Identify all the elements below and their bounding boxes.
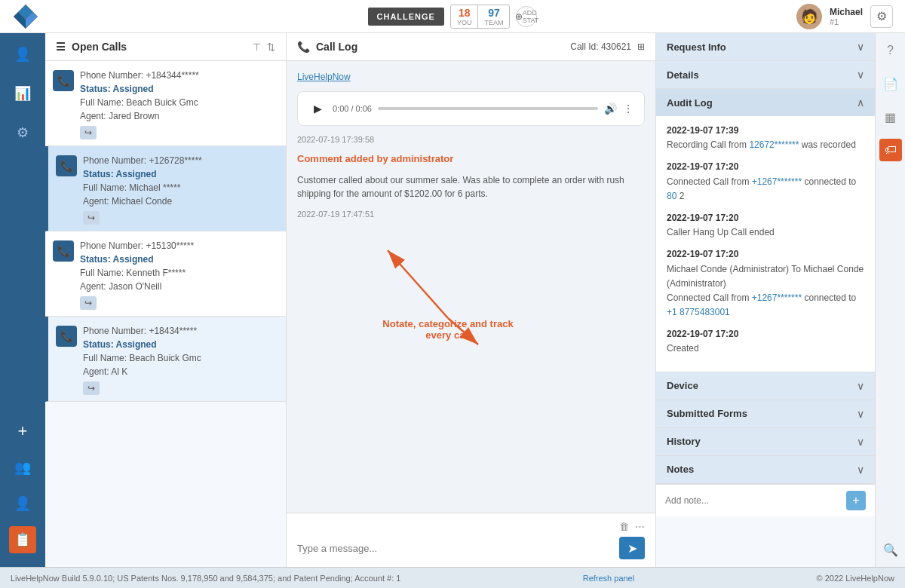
send-button[interactable]: ➤: [619, 537, 645, 559]
sidebar-right: ? 📄 ▦ 🏷 🔍: [875, 33, 905, 567]
accordion-audit-log: Audit Log ∧ 2022-19-07 17:39 Recording C…: [656, 89, 875, 372]
call-log-content: LiveHelpNow ▶ 0:00 / 0:06 🔊 ⋮ 2022-07-19…: [287, 61, 655, 513]
accordion-details-header[interactable]: Details ∨: [656, 61, 875, 88]
avatar: 🧑: [796, 4, 822, 29]
forward-icon: ↪: [83, 381, 100, 395]
team-count: 97: [488, 7, 500, 19]
search-icon[interactable]: 🔍: [879, 538, 902, 561]
annotation-text: Notate, categorize and track every call: [373, 318, 523, 341]
audit-entry: 2022-19-07 17:20 Michael Conde (Administ…: [667, 247, 864, 320]
team-stat: 97 TEAM: [478, 5, 509, 28]
chevron-down-icon: ∨: [857, 41, 864, 53]
topbar: CHALLENGE 18 YOU 97 TEAM ⊕ ADD STAT 🧑 Mi…: [0, 0, 905, 33]
logo: [12, 3, 39, 30]
sidebar-left: 👤 📊 ⚙ + 👥 👤 📋: [0, 33, 45, 567]
call-item[interactable]: 📞 Phone Number: +18434***** Status: Assi…: [45, 317, 286, 402]
log-timestamp-1: 2022-07-19 17:39:58: [297, 135, 645, 144]
audit-entry: 2022-19-07 17:20 Caller Hang Up Call end…: [667, 211, 864, 240]
sidebar-icon-user[interactable]: 👤: [9, 41, 36, 68]
svg-line-5: [388, 250, 448, 318]
call-list-panel: ☰ Open Calls ⊤ ⇅ 📞 Phone Number: +184344…: [45, 33, 287, 567]
call-log-header: 📞 Call Log Call Id: 430621 ⊞: [287, 33, 655, 61]
sidebar-icon-clipboard[interactable]: 📋: [9, 526, 36, 553]
call-list-title: ☰ Open Calls: [56, 41, 127, 53]
call-phone: Phone Number: +15130*****: [80, 239, 278, 253]
call-log-title: 📞 Call Log: [297, 41, 357, 53]
accordion-details: Details ∨: [656, 61, 875, 89]
accordion-details-title: Details: [667, 69, 699, 81]
call-agent: Agent: Jason O'Neill: [80, 280, 278, 293]
call-item[interactable]: 📞 Phone Number: +126728***** Status: Ass…: [45, 146, 286, 231]
accordion-request-info-header[interactable]: Request Info ∨: [656, 33, 875, 60]
help-icon[interactable]: ?: [879, 39, 902, 62]
call-icon: 📞: [53, 70, 74, 91]
sidebar-icon-add[interactable]: +: [9, 418, 36, 445]
call-item[interactable]: 📞 Phone Number: +184344***** Status: Ass…: [45, 61, 286, 146]
message-input-row: ➤: [297, 537, 645, 559]
call-item[interactable]: 📞 Phone Number: +15130***** Status: Assi…: [45, 231, 286, 317]
main-layout: 👤 📊 ⚙ + 👥 👤 📋 ☰ Open Calls ⊤ ⇅ 📞: [0, 33, 905, 567]
call-status: Status: Assigned: [83, 167, 278, 181]
message-input[interactable]: [297, 543, 613, 554]
accordion-audit-log-header[interactable]: Audit Log ∧: [656, 89, 875, 116]
volume-icon[interactable]: 🔊: [604, 103, 617, 115]
forward-icon: ↪: [80, 296, 97, 310]
delete-icon[interactable]: 🗑: [619, 521, 629, 532]
livehelpnow-link[interactable]: LiveHelpNow: [297, 72, 645, 82]
accordion-device-title: Device: [667, 380, 698, 391]
columns-icon[interactable]: ⊞: [637, 41, 645, 52]
audio-progress-bar[interactable]: [378, 107, 598, 110]
you-stat: 18 YOU: [451, 5, 479, 28]
sidebar-icon-users[interactable]: 👥: [9, 454, 36, 481]
panel-header-icons[interactable]: ⊤ ⇅: [253, 41, 275, 53]
topbar-settings-icon[interactable]: ⚙: [870, 5, 893, 28]
more-options-icon[interactable]: ⋮: [623, 103, 634, 115]
challenge-button[interactable]: CHALLENGE: [368, 8, 444, 26]
audit-entry: 2022-19-07 17:20 Created: [667, 327, 864, 356]
play-button[interactable]: ▶: [308, 100, 327, 118]
audio-time: 0:00 / 0:06: [333, 104, 372, 113]
document-icon[interactable]: 📄: [879, 72, 902, 95]
accordion-history: History ∨: [656, 428, 875, 456]
right-panel: Request Info ∨ Details ∨ Audit Log ∧ 202…: [656, 33, 875, 567]
statusbar-refresh[interactable]: Refresh panel: [583, 574, 635, 583]
log-timestamp-2: 2022-07-19 17:47:51: [297, 210, 645, 219]
call-status: Status: Assigned: [83, 338, 278, 351]
audit-entry: 2022-19-07 17:39 Recording Call from 126…: [667, 124, 864, 152]
call-icon: 📞: [56, 155, 77, 176]
sidebar-icon-settings[interactable]: ⚙: [9, 119, 36, 146]
call-item-info: Phone Number: +18434***** Status: Assign…: [83, 324, 278, 395]
call-item-info: Phone Number: +15130***** Status: Assign…: [80, 239, 278, 310]
message-input-area: 🗑 ⋯ ➤: [287, 513, 655, 567]
filter-icon[interactable]: ⊤: [253, 41, 261, 53]
accordion-history-header[interactable]: History ∨: [656, 428, 875, 455]
statusbar-left: LiveHelpNow Build 5.9.0.10; US Patents N…: [11, 574, 400, 583]
log-comment-body: Customer called about our summer sale. W…: [297, 173, 645, 201]
grid-icon[interactable]: ▦: [879, 106, 902, 128]
phone-icon: 📞: [297, 41, 310, 53]
accordion-notes: Notes ∨: [656, 456, 875, 484]
accordion-submitted-forms: Submitted Forms ∨: [656, 400, 875, 428]
statusbar: LiveHelpNow Build 5.9.0.10; US Patents N…: [0, 567, 905, 588]
add-note-button[interactable]: +: [846, 491, 866, 510]
accordion-submitted-forms-header[interactable]: Submitted Forms ∨: [656, 400, 875, 427]
accordion-history-title: History: [667, 436, 701, 447]
sort-icon[interactable]: ⇅: [267, 41, 275, 53]
call-status: Status: Assigned: [80, 253, 278, 266]
call-item-info: Phone Number: +184344***** Status: Assig…: [80, 69, 278, 139]
sidebar-icon-user-gear[interactable]: 👤: [9, 490, 36, 517]
call-list: 📞 Phone Number: +184344***** Status: Ass…: [45, 61, 286, 567]
add-note-input[interactable]: [665, 495, 840, 506]
sidebar-icon-chart[interactable]: 📊: [9, 80, 36, 107]
more-icon[interactable]: ⋯: [635, 521, 645, 532]
team-label: TEAM: [484, 19, 503, 26]
accordion-device-header[interactable]: Device ∨: [656, 372, 875, 400]
tag-icon[interactable]: 🏷: [879, 139, 902, 161]
accordion-notes-header[interactable]: Notes ∨: [656, 456, 875, 483]
log-comment-title: Comment added by administrator: [297, 153, 645, 164]
call-agent: Agent: Michael Conde: [83, 194, 278, 208]
add-stat-button[interactable]: ⊕ ADD STAT: [516, 6, 537, 27]
annotation-arrows: [297, 228, 645, 378]
add-stat-label: ADD STAT: [523, 9, 539, 24]
call-full-name: Full Name: Beach Buick Gmc: [80, 96, 278, 109]
